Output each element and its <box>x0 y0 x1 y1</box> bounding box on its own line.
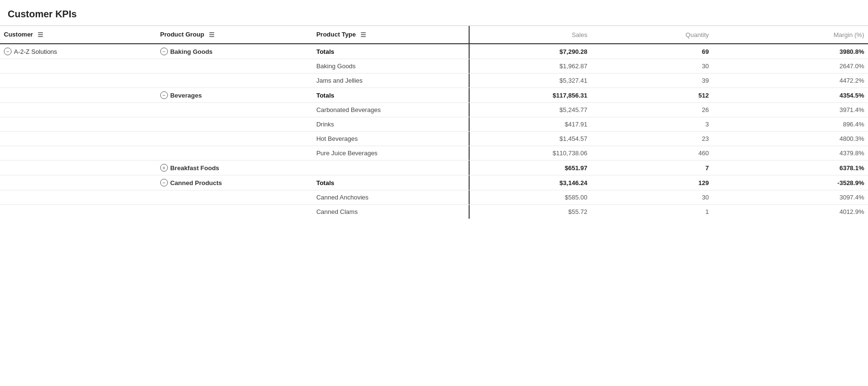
table-row: A-2-Z SolutionsBaking GoodsTotals$7,290.… <box>0 44 868 59</box>
margin-col-label: Margin (%) <box>833 31 864 38</box>
product-group-name: Canned Products <box>170 179 222 187</box>
product-type-cell: Hot Beverages <box>312 132 469 146</box>
product-type-cell: Jams and Jellies <box>312 74 469 88</box>
product-group-cell: Canned Products <box>156 175 313 190</box>
table-body: A-2-Z SolutionsBaking GoodsTotals$7,290.… <box>0 44 868 219</box>
table-row: Jams and Jellies$5,327.41394472.2% <box>0 74 868 88</box>
margin-value: 2647.0% <box>713 59 868 74</box>
quantity-value: 30 <box>591 190 713 205</box>
customer-cell: A-2-Z Solutions <box>0 44 156 59</box>
sales-value: $585.00 <box>470 190 591 205</box>
sales-value: $110,738.06 <box>470 146 591 161</box>
customer-col-label: Customer <box>4 31 33 38</box>
product-group-name: Baking Goods <box>170 48 213 55</box>
quantity-value: 30 <box>591 59 713 74</box>
table-row: Breakfast Foods$651.9776378.1% <box>0 161 868 175</box>
customer-cell <box>0 132 156 146</box>
product-group-cell <box>156 117 313 132</box>
quantity-value: 23 <box>591 132 713 146</box>
quantity-value: 26 <box>591 103 713 117</box>
margin-value: 4472.2% <box>713 74 868 88</box>
table-container: Customer ☰ Product Group ☰ Product Type … <box>0 25 868 219</box>
sales-value: $5,327.41 <box>470 74 591 88</box>
sales-value: $1,454.57 <box>470 132 591 146</box>
table-row: Canned Clams$55.7214012.9% <box>0 205 868 219</box>
customer-cell <box>0 74 156 88</box>
margin-value: -3528.9% <box>713 175 868 190</box>
product-group-name: Beverages <box>170 92 202 99</box>
product-group-cell: Beverages <box>156 88 313 103</box>
product-group-cell <box>156 132 313 146</box>
margin-value: 4800.3% <box>713 132 868 146</box>
table-row: Drinks$417.913896.4% <box>0 117 868 132</box>
table-row: BeveragesTotals$117,856.315124354.5% <box>0 88 868 103</box>
customer-name: A-2-Z Solutions <box>14 48 57 55</box>
quantity-value: 3 <box>591 117 713 132</box>
table-row: Baking Goods$1,962.87302647.0% <box>0 59 868 74</box>
quantity-value: 69 <box>591 44 713 59</box>
quantity-value: 39 <box>591 74 713 88</box>
customer-cell <box>0 59 156 74</box>
margin-value: 4012.9% <box>713 205 868 219</box>
table-row: Hot Beverages$1,454.57234800.3% <box>0 132 868 146</box>
group-expand-icon[interactable] <box>160 48 168 55</box>
margin-value: 3971.4% <box>713 103 868 117</box>
quantity-value: 129 <box>591 175 713 190</box>
product-group-cell <box>156 59 313 74</box>
quantity-value: 1 <box>591 205 713 219</box>
col-header-product-group: Product Group ☰ <box>156 26 313 44</box>
col-header-quantity: Quantity <box>591 26 713 44</box>
quantity-value: 460 <box>591 146 713 161</box>
customer-cell <box>0 175 156 190</box>
group-expand-icon[interactable] <box>160 179 168 187</box>
customer-cell <box>0 117 156 132</box>
product-type-cell: Totals <box>312 175 469 190</box>
kpi-table: Customer ☰ Product Group ☰ Product Type … <box>0 26 868 219</box>
product-type-cell: Drinks <box>312 117 469 132</box>
group-expand-icon[interactable] <box>160 91 168 99</box>
quantity-col-label: Quantity <box>686 31 709 38</box>
product-type-cell: Totals <box>312 88 469 103</box>
product-group-cell: Breakfast Foods <box>156 161 313 175</box>
sales-value: $117,856.31 <box>470 88 591 103</box>
customer-cell <box>0 146 156 161</box>
product-type-cell: Totals <box>312 44 469 59</box>
table-row: Pure Juice Beverages$110,738.064604379.8… <box>0 146 868 161</box>
product-group-cell: Baking Goods <box>156 44 313 59</box>
table-row: Carbonated Beverages$5,245.77263971.4% <box>0 103 868 117</box>
margin-value: 4379.8% <box>713 146 868 161</box>
col-header-margin: Margin (%) <box>713 26 868 44</box>
customer-expand-icon[interactable] <box>4 48 12 55</box>
product-group-cell <box>156 146 313 161</box>
col-header-product-type: Product Type ☰ <box>312 26 469 44</box>
customer-cell <box>0 205 156 219</box>
sales-value: $55.72 <box>470 205 591 219</box>
sales-value: $1,962.87 <box>470 59 591 74</box>
product-group-cell <box>156 103 313 117</box>
product-group-col-menu-icon[interactable]: ☰ <box>209 31 215 38</box>
product-type-cell <box>312 161 469 175</box>
product-type-col-label: Product Type <box>316 31 356 38</box>
table-row: Canned ProductsTotals$3,146.24129-3528.9… <box>0 175 868 190</box>
sales-value: $3,146.24 <box>470 175 591 190</box>
margin-value: 6378.1% <box>713 161 868 175</box>
product-group-cell <box>156 205 313 219</box>
margin-value: 896.4% <box>713 117 868 132</box>
sales-value: $7,290.28 <box>470 44 591 59</box>
product-group-col-label: Product Group <box>160 31 204 38</box>
product-group-cell <box>156 190 313 205</box>
product-type-cell: Carbonated Beverages <box>312 103 469 117</box>
group-expand-icon[interactable] <box>160 164 168 172</box>
margin-value: 3980.8% <box>713 44 868 59</box>
col-header-sales: Sales <box>470 26 591 44</box>
table-row: Canned Anchovies$585.00303097.4% <box>0 190 868 205</box>
col-header-customer: Customer ☰ <box>0 26 156 44</box>
customer-cell <box>0 103 156 117</box>
product-type-col-menu-icon[interactable]: ☰ <box>360 31 366 38</box>
page-title: Customer KPIs <box>0 0 868 25</box>
quantity-value: 7 <box>591 161 713 175</box>
product-group-cell <box>156 74 313 88</box>
customer-col-menu-icon[interactable]: ☰ <box>38 31 43 38</box>
margin-value: 3097.4% <box>713 190 868 205</box>
table-header-row: Customer ☰ Product Group ☰ Product Type … <box>0 26 868 44</box>
